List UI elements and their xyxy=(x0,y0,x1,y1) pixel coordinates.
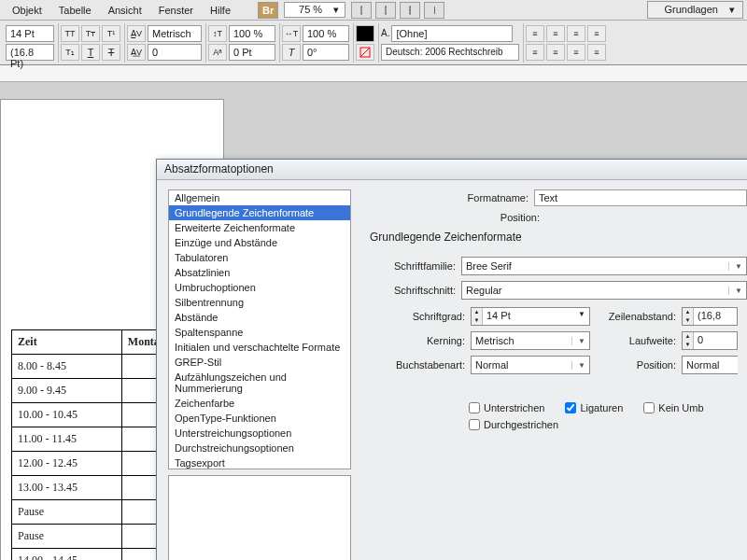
chevron-down-icon: ▼ xyxy=(571,361,585,370)
nav-grep[interactable]: GREP-Stil xyxy=(169,355,350,370)
menu-tabelle[interactable]: Tabelle xyxy=(50,5,100,16)
tracking-field[interactable]: 0 xyxy=(148,44,202,61)
nav-durchstreichung[interactable]: Durchstreichungsoptionen xyxy=(169,441,350,455)
nav-tagsexport[interactable]: Tagsexport xyxy=(169,455,350,469)
menu-objekt[interactable]: Objekt xyxy=(4,5,50,16)
baseline-icon[interactable]: Aª xyxy=(208,44,227,61)
smallcaps-icon[interactable]: Tᴛ xyxy=(81,25,100,42)
menu-ansicht[interactable]: Ansicht xyxy=(100,5,150,16)
tracking-icon[interactable]: A͟V xyxy=(127,44,146,61)
baseline-field[interactable]: 0 Pt xyxy=(229,44,275,61)
superscript-icon[interactable]: T¹ xyxy=(102,25,120,42)
formatname-field[interactable]: Text xyxy=(534,189,747,206)
tracking-label: Laufweite: xyxy=(594,335,678,346)
justify-center-icon[interactable]: ≡ xyxy=(546,44,565,61)
nav-tabulatoren[interactable]: Tabulatoren xyxy=(169,250,350,265)
strike-icon[interactable]: T xyxy=(102,44,120,61)
nav-umbruch[interactable]: Umbruchoptionen xyxy=(169,280,350,295)
align-left-icon[interactable]: ≡ xyxy=(526,25,544,42)
nav-abstaende[interactable]: Abstände xyxy=(169,310,350,325)
case-select[interactable]: Normal▼ xyxy=(471,356,590,374)
kerning-select[interactable]: Metrisch▼ xyxy=(471,331,590,350)
underline-icon[interactable]: T xyxy=(81,44,100,61)
table-cell[interactable]: 13.00 - 13.45 xyxy=(12,476,122,500)
menu-hilfe[interactable]: Hilfe xyxy=(202,5,239,16)
nav-grundlegende-zeichen[interactable]: Grundlegende Zeichenformate xyxy=(169,205,350,220)
menu-fenster[interactable]: Fenster xyxy=(150,5,202,16)
justify-left-icon[interactable]: ≡ xyxy=(526,44,544,61)
section-heading: Grundlegende Zeichenformate xyxy=(370,231,747,244)
table-cell[interactable]: 10.00 - 10.45 xyxy=(12,403,122,427)
stroke-icon[interactable] xyxy=(356,44,374,61)
ligatures-checkbox[interactable]: Ligaturen xyxy=(565,402,623,413)
view-mode-4-icon[interactable] xyxy=(424,2,444,19)
table-cell[interactable]: 9.00 - 9.45 xyxy=(12,379,122,403)
zoom-level[interactable]: 75 % ▾ xyxy=(284,2,345,18)
hscale-icon[interactable]: ↔T xyxy=(282,25,301,42)
view-mode-2-icon[interactable] xyxy=(375,2,396,19)
language-field[interactable]: Deutsch: 2006 Rechtschreib xyxy=(381,44,519,61)
table-cell[interactable]: 12.00 - 12.45 xyxy=(12,452,122,476)
chevron-down-icon: ▼ xyxy=(728,287,742,295)
nav-opentype[interactable]: OpenType-Funktionen xyxy=(169,411,350,426)
svg-rect-0 xyxy=(361,7,362,14)
skew-icon[interactable]: T xyxy=(282,44,301,61)
nav-einzuege[interactable]: Einzüge und Abstände xyxy=(169,235,350,250)
nav-unterstreichung[interactable]: Unterstreichungsoptionen xyxy=(169,426,350,441)
leading-label: Zeilenabstand: xyxy=(594,311,678,322)
leading-field2[interactable]: ▲▼(16,8 xyxy=(682,307,738,326)
align-center-icon[interactable]: ≡ xyxy=(546,25,565,42)
table-cell[interactable]: 11.00 - 11.45 xyxy=(12,427,122,452)
table-cell[interactable]: Pause xyxy=(12,525,122,549)
menubar: Objekt Tabelle Ansicht Fenster Hilfe Br … xyxy=(0,0,747,21)
chevron-down-icon: ▼ xyxy=(728,262,742,271)
justify-icon[interactable]: ≡ xyxy=(587,25,606,42)
justify-all-icon[interactable]: ≡ xyxy=(587,44,606,61)
nav-silbentrennung[interactable]: Silbentrennung xyxy=(169,295,350,310)
settings-panel: Formatname: Text Position: Grundlegende … xyxy=(359,180,747,560)
tracking-field2[interactable]: ▲▼0 xyxy=(682,331,738,350)
allcaps-icon[interactable]: TT xyxy=(61,25,79,42)
workspace-dropdown[interactable]: Grundlagen ▾ xyxy=(647,1,743,19)
skew-field[interactable]: 0° xyxy=(303,44,349,61)
hscale-field[interactable]: 100 % xyxy=(303,25,349,42)
align-right-icon[interactable]: ≡ xyxy=(567,25,585,42)
kerning-metric-icon[interactable]: A̲V xyxy=(127,25,146,42)
vscale-icon[interactable]: ↕T xyxy=(208,25,227,42)
dialog-nav-list[interactable]: Allgemein Grundlegende Zeichenformate Er… xyxy=(168,189,351,469)
justify-right-icon[interactable]: ≡ xyxy=(567,44,585,61)
nav-erweiterte-zeichen[interactable]: Erweiterte Zeichenformate xyxy=(169,220,350,235)
kerning-mode-field[interactable]: Metrisch xyxy=(148,25,202,42)
table-cell[interactable]: 8.00 - 8.45 xyxy=(12,355,122,379)
case-label: Buchstabenart: xyxy=(366,359,467,371)
leading-field[interactable]: (16.8 Pt) xyxy=(6,44,54,61)
formatname-label: Formatname: xyxy=(366,192,534,203)
svg-rect-1 xyxy=(386,7,387,14)
nav-spaltenspanne[interactable]: Spaltenspanne xyxy=(169,325,350,340)
charstyle-field[interactable]: [Ohne] xyxy=(391,25,513,42)
subscript-icon[interactable]: T₁ xyxy=(61,44,79,61)
strikethrough-checkbox[interactable]: Durchgestrichen xyxy=(469,419,558,430)
position2-label: Position: xyxy=(594,359,678,371)
nav-initialen[interactable]: Initialen und verschachtelte Formate xyxy=(169,340,350,355)
vscale-field[interactable]: 100 % xyxy=(229,25,275,42)
fontstyle-select[interactable]: Regular▼ xyxy=(461,281,747,300)
nav-zeichenfarbe[interactable]: Zeichenfarbe xyxy=(169,396,350,411)
font-size-field[interactable]: 14 Pt xyxy=(6,25,54,42)
view-mode-1-icon[interactable] xyxy=(351,2,372,19)
noumbruch-checkbox[interactable]: Kein Umb xyxy=(643,402,703,413)
fontfamily-select[interactable]: Bree Serif▼ xyxy=(461,257,747,275)
nav-aufzaehlung[interactable]: Aufzählungszeichen und Nummerierung xyxy=(169,370,350,396)
position-select[interactable]: Normal xyxy=(682,356,738,374)
table-cell[interactable]: 14.00 - 14.45 xyxy=(12,549,122,561)
table-header-zeit[interactable]: Zeit xyxy=(12,330,122,355)
underline-checkbox[interactable]: Unterstrichen xyxy=(469,402,544,413)
table-cell[interactable]: Pause xyxy=(12,500,122,525)
view-mode-3-icon[interactable] xyxy=(400,2,420,19)
size-field[interactable]: ▲▼14 Pt▼ xyxy=(471,307,590,326)
bridge-icon[interactable]: Br xyxy=(258,2,278,19)
fill-icon[interactable] xyxy=(356,25,374,42)
nav-absatzlinien[interactable]: Absatzlinien xyxy=(169,265,350,280)
character-toolbar: 14 Pt (16.8 Pt) TT Tᴛ T¹ T₁ T T A̲VMetri… xyxy=(0,21,747,65)
nav-allgemein[interactable]: Allgemein xyxy=(169,190,350,205)
